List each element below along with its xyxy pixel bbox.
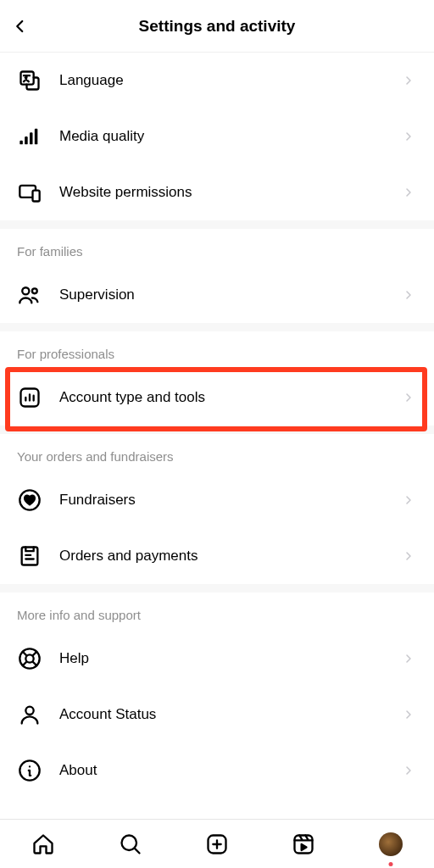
avatar-icon bbox=[379, 832, 403, 856]
notification-dot-icon bbox=[388, 862, 392, 866]
row-label: Orders and payments bbox=[59, 548, 400, 565]
signal-bars-icon bbox=[17, 124, 42, 149]
settings-row-supervision[interactable]: Supervision bbox=[0, 267, 434, 323]
home-icon bbox=[31, 832, 55, 856]
settings-row-language[interactable]: Language bbox=[0, 53, 434, 108]
nav-home[interactable] bbox=[30, 831, 57, 858]
row-label: Account type and tools bbox=[59, 389, 400, 406]
settings-row-account-type[interactable]: Account type and tools bbox=[0, 370, 434, 426]
chevron-right-icon bbox=[400, 287, 417, 303]
row-label: Help bbox=[59, 650, 400, 667]
settings-row-media-quality[interactable]: Media quality bbox=[0, 108, 434, 164]
info-icon bbox=[17, 758, 42, 783]
section-header-orders: Your orders and fundraisers bbox=[0, 434, 434, 472]
chevron-right-icon bbox=[400, 72, 417, 89]
chevron-right-icon bbox=[400, 762, 417, 779]
page-title: Settings and activity bbox=[0, 17, 434, 36]
nav-profile[interactable] bbox=[377, 831, 404, 858]
section-header-more-info: More info and support bbox=[0, 593, 434, 631]
header: Settings and activity bbox=[0, 0, 434, 53]
back-button[interactable] bbox=[7, 13, 34, 40]
row-label: Language bbox=[59, 72, 400, 89]
section-header-professionals: For professionals bbox=[0, 331, 434, 370]
settings-row-website-permissions[interactable]: Website permissions bbox=[0, 164, 434, 220]
reels-icon bbox=[292, 832, 315, 856]
svg-rect-18 bbox=[295, 835, 313, 853]
section-divider bbox=[0, 584, 434, 593]
search-icon bbox=[119, 832, 142, 856]
settings-row-account-status[interactable]: Account Status bbox=[0, 687, 434, 743]
settings-row-orders[interactable]: Orders and payments bbox=[0, 528, 434, 584]
svg-point-8 bbox=[32, 288, 37, 293]
row-label: Website permissions bbox=[59, 184, 400, 201]
section-divider bbox=[0, 220, 434, 229]
nav-create[interactable] bbox=[203, 831, 231, 858]
section-divider bbox=[0, 426, 434, 434]
chevron-right-icon bbox=[400, 492, 417, 509]
row-label: Fundraisers bbox=[59, 492, 400, 509]
chevron-right-icon bbox=[400, 128, 417, 145]
chevron-right-icon bbox=[400, 706, 417, 723]
svg-point-7 bbox=[22, 287, 29, 294]
section-header-families: For families bbox=[0, 229, 434, 267]
svg-rect-4 bbox=[35, 129, 38, 145]
section-divider bbox=[0, 323, 434, 331]
translate-icon bbox=[17, 68, 42, 93]
chart-box-icon bbox=[17, 385, 42, 410]
nav-search[interactable] bbox=[117, 831, 144, 858]
chevron-right-icon bbox=[400, 650, 417, 667]
plus-box-icon bbox=[205, 832, 229, 856]
svg-rect-6 bbox=[33, 191, 40, 202]
svg-rect-3 bbox=[30, 132, 33, 144]
row-label: About bbox=[59, 762, 400, 779]
bottom-nav bbox=[0, 819, 434, 868]
receipt-icon bbox=[17, 543, 42, 569]
chevron-right-icon bbox=[400, 389, 417, 406]
settings-row-about[interactable]: About bbox=[0, 743, 434, 798]
row-label: Supervision bbox=[59, 287, 400, 303]
chevron-right-icon bbox=[400, 548, 417, 565]
svg-rect-2 bbox=[25, 136, 28, 144]
row-label: Account Status bbox=[59, 706, 400, 723]
chevron-right-icon bbox=[400, 184, 417, 201]
settings-row-fundraisers[interactable]: Fundraisers bbox=[0, 472, 434, 528]
chevron-left-icon bbox=[13, 19, 28, 34]
lifebuoy-icon bbox=[17, 646, 42, 671]
row-label: Media quality bbox=[59, 128, 400, 145]
heart-circle-icon bbox=[17, 487, 42, 513]
devices-icon bbox=[17, 180, 42, 205]
person-icon bbox=[17, 702, 42, 727]
svg-rect-1 bbox=[19, 141, 23, 145]
svg-point-14 bbox=[25, 707, 33, 715]
settings-row-help[interactable]: Help bbox=[0, 631, 434, 687]
people-icon bbox=[17, 282, 42, 308]
nav-reels[interactable] bbox=[290, 831, 317, 858]
